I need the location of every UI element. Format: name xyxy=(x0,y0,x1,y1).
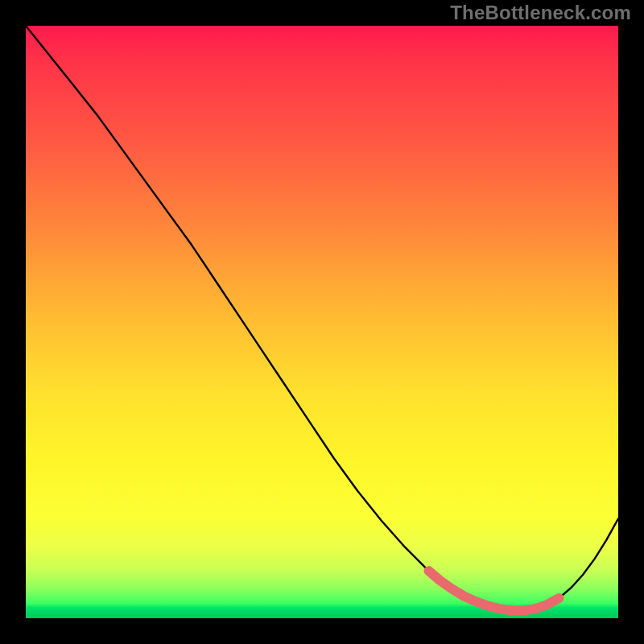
optimal-range-highlight xyxy=(428,571,559,610)
chart-container: TheBottleneck.com xyxy=(0,0,644,644)
chart-svg xyxy=(26,26,618,618)
bottleneck-curve xyxy=(26,26,618,610)
plot-area xyxy=(26,26,618,618)
watermark-text: TheBottleneck.com xyxy=(450,2,631,24)
